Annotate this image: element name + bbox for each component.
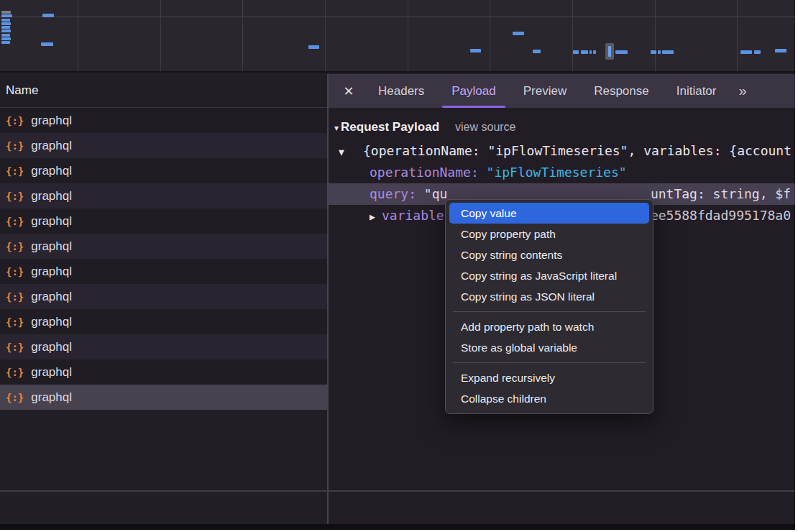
request-row[interactable]: {:}graphql — [0, 158, 327, 183]
menu-item-store-as-global-variable[interactable]: Store as global variable — [446, 337, 653, 358]
property-value-right: untTag: string, $f — [651, 183, 791, 205]
close-icon[interactable]: ✕ — [339, 83, 359, 99]
request-row[interactable]: {:}graphql — [0, 234, 327, 259]
grid-line — [408, 0, 408, 71]
request-row[interactable]: {:}graphql — [0, 284, 327, 309]
request-row[interactable]: {:}graphql — [0, 208, 327, 234]
request-row[interactable]: {:}graphql — [0, 309, 327, 334]
json-braces-icon: {:} — [6, 392, 24, 403]
request-timing-bar — [1, 29, 11, 32]
expand-arrow-icon[interactable]: ▼ — [339, 142, 363, 163]
request-timing-bar — [573, 50, 579, 54]
request-timing-bar — [754, 50, 761, 54]
network-overview-timeline[interactable] — [0, 0, 795, 73]
property-name: query: — [370, 186, 416, 201]
more-tabs-chevron-icon[interactable]: » — [730, 83, 753, 99]
expand-arrow-icon[interactable]: ▶ — [370, 206, 382, 228]
menu-item-add-property-path-to-watch[interactable]: Add property path to watch — [446, 316, 653, 337]
request-row[interactable]: {:}graphql — [0, 108, 327, 133]
request-row[interactable]: {:}graphql — [0, 259, 327, 284]
request-timing-bar — [1, 19, 10, 22]
tab-initiator[interactable]: Initiator — [663, 74, 730, 108]
menu-item-copy-property-path[interactable]: Copy property path — [446, 224, 653, 244]
request-timing-bar — [775, 49, 786, 52]
property-value-left: "qu — [416, 186, 447, 201]
grid-line — [655, 0, 656, 71]
request-name: graphql — [31, 365, 72, 380]
menu-item-collapse-children[interactable]: Collapse children — [446, 388, 653, 409]
request-name: graphql — [31, 315, 72, 329]
section-collapse-icon[interactable]: ▾ — [334, 123, 339, 133]
request-timing-bar — [1, 37, 11, 40]
request-timing-bar — [470, 49, 481, 52]
request-timing-bar — [593, 50, 596, 54]
request-name: graphql — [31, 265, 72, 279]
json-braces-icon: {:} — [6, 291, 24, 303]
json-braces-icon: {:} — [6, 115, 24, 127]
request-timing-bar — [1, 22, 11, 25]
request-name: graphql — [31, 340, 72, 354]
json-braces-icon: {:} — [6, 191, 24, 202]
property-name: operationName: — [370, 165, 479, 180]
request-timing-bar — [581, 50, 588, 54]
tab-response[interactable]: Response — [580, 74, 663, 108]
request-rows: {:}graphql {:}graphql {:}graphql {:}grap… — [0, 108, 327, 410]
request-timing-bar — [1, 11, 11, 14]
devtools-network-panel: Name {:}graphql {:}graphql {:}graphql {:… — [0, 0, 795, 530]
tab-headers[interactable]: Headers — [364, 74, 438, 108]
request-timing-bar — [308, 45, 319, 49]
network-main-split: Name {:}graphql {:}graphql {:}graphql {:… — [0, 74, 795, 524]
name-column-header[interactable]: Name — [0, 74, 327, 108]
request-timing-bar — [658, 50, 661, 54]
json-braces-icon: {:} — [6, 266, 24, 278]
payload-root-row[interactable]: ▼{operationName: "ipFlowTimeseries", var… — [329, 140, 795, 162]
menu-separator — [453, 362, 646, 363]
request-timing-bar — [1, 14, 12, 17]
selected-request-marker-bar — [608, 46, 611, 57]
grid-line — [78, 0, 78, 71]
tab-payload[interactable]: Payload — [438, 74, 509, 108]
grid-line — [490, 0, 490, 71]
property-value: "ipFlowTimeseries" — [479, 165, 627, 180]
request-name: graphql — [31, 139, 72, 153]
request-timing-bar — [740, 50, 752, 54]
context-menu: Copy value Copy property path Copy strin… — [445, 199, 653, 414]
request-row-selected[interactable]: {:}graphql — [0, 385, 327, 410]
json-braces-icon: {:} — [6, 140, 24, 152]
menu-item-copy-value[interactable]: Copy value — [449, 203, 649, 224]
grid-line — [572, 0, 573, 71]
payload-prop-operationName[interactable]: operationName: "ipFlowTimeseries" — [329, 162, 795, 183]
tab-preview[interactable]: Preview — [510, 74, 580, 108]
request-row[interactable]: {:}graphql — [0, 183, 327, 208]
request-timing-bar — [651, 50, 656, 54]
grid-line — [242, 0, 243, 71]
request-timing-bar — [533, 50, 541, 53]
section-title: Request Payload — [341, 120, 439, 134]
menu-item-expand-recursively[interactable]: Expand recursively — [446, 367, 653, 388]
menu-separator — [453, 311, 646, 312]
menu-item-copy-string-js-literal[interactable]: Copy string as JavaScript literal — [446, 265, 653, 286]
menu-item-copy-string-contents[interactable]: Copy string contents — [446, 244, 653, 265]
json-braces-icon: {:} — [6, 316, 24, 328]
request-timing-bar — [662, 50, 674, 54]
request-timing-bar — [1, 41, 10, 44]
json-braces-icon: {:} — [6, 241, 24, 252]
request-row[interactable]: {:}graphql — [0, 133, 327, 158]
window-bottom-edge — [0, 524, 795, 530]
view-source-link[interactable]: view source — [455, 121, 515, 134]
request-payload-section: ▾ Request Payload view source — [334, 120, 795, 134]
json-braces-icon: {:} — [6, 367, 24, 378]
json-braces-icon: {:} — [6, 341, 24, 353]
request-timing-bar — [41, 42, 53, 46]
menu-item-copy-string-json-literal[interactable]: Copy string as JSON literal — [446, 286, 653, 307]
grid-line — [160, 0, 161, 71]
detail-tab-bar: ✕ Headers Payload Preview Response Initi… — [329, 74, 795, 108]
request-name: graphql — [31, 239, 72, 254]
request-name: graphql — [31, 189, 72, 203]
request-timing-bar — [590, 50, 592, 54]
grid-line — [737, 0, 738, 71]
request-name: graphql — [31, 164, 72, 178]
request-timing-bar — [1, 34, 10, 37]
request-row[interactable]: {:}graphql — [0, 359, 327, 385]
request-row[interactable]: {:}graphql — [0, 334, 327, 359]
